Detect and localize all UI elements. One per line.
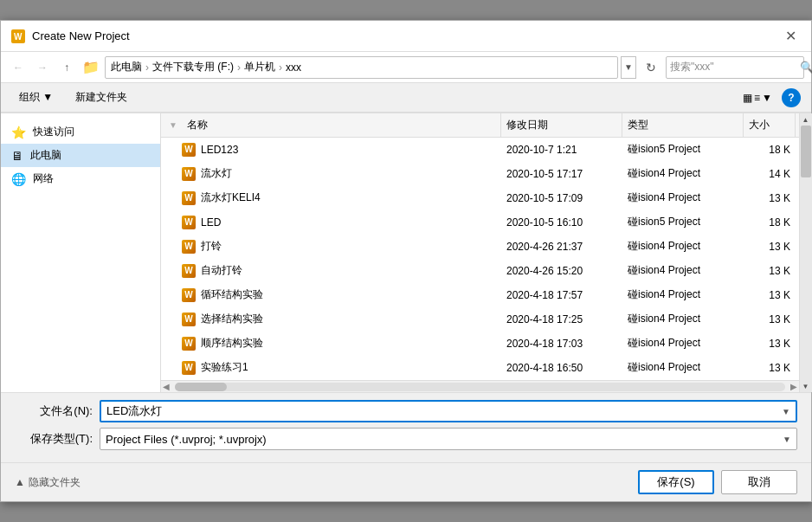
filename-dropdown-btn[interactable]: ▼ xyxy=(777,402,796,421)
file-date: 2020-4-26 15:20 xyxy=(501,265,622,277)
save-button[interactable]: 保存(S) xyxy=(638,470,714,494)
file-name: 选择结构实验 xyxy=(201,312,263,326)
forward-button[interactable]: → xyxy=(32,57,53,78)
file-date: 2020-10-5 17:09 xyxy=(501,192,622,204)
project-icon: W xyxy=(182,216,196,229)
horizontal-scrollbar[interactable]: ◀ ▶ xyxy=(161,380,799,392)
table-row[interactable]: W 流水灯KELI4 2020-10-5 17:09 碰ision4 Proje… xyxy=(161,186,799,210)
table-row[interactable]: W 自动打铃 2020-4-26 15:20 碰ision4 Project 1… xyxy=(161,259,799,283)
file-type: 碰ision4 Project xyxy=(622,190,744,205)
hide-folders-toggle[interactable]: ▲ 隐藏文件夹 xyxy=(15,475,81,490)
hscroll-right[interactable]: ▶ xyxy=(789,382,799,391)
table-row[interactable]: W LED123 2020-10-7 1:21 碰ision5 Project … xyxy=(161,138,799,162)
project-icon: W xyxy=(182,167,196,181)
file-date: 2020-10-5 16:10 xyxy=(501,216,622,229)
table-row[interactable]: W 顺序结构实验 2020-4-18 17:03 碰ision4 Project… xyxy=(161,332,799,356)
file-name: 循环结构实验 xyxy=(201,287,263,302)
table-row[interactable]: W 实验练习1 2020-4-18 16:50 碰ision4 Project … xyxy=(161,356,799,380)
file-list-scroll[interactable]: W LED123 2020-10-7 1:21 碰ision5 Project … xyxy=(161,138,799,380)
breadcrumb-part-2: 文件下载专用 (F:) xyxy=(152,60,234,74)
search-bar: 🔍 xyxy=(666,56,804,79)
create-project-dialog: W Create New Project ✕ ← → ↑ 📁 此电脑 › 文件下… xyxy=(0,20,812,502)
svg-text:W: W xyxy=(14,32,23,42)
file-date: 2020-4-18 17:57 xyxy=(501,289,622,301)
breadcrumb-part-3: 单片机 xyxy=(244,60,275,74)
file-size: 13 K xyxy=(744,362,796,374)
file-name: 实验练习1 xyxy=(201,360,248,375)
close-button[interactable]: ✕ xyxy=(780,26,801,47)
table-row[interactable]: W 流水灯 2020-10-5 17:17 碰ision4 Project 14… xyxy=(161,162,799,186)
project-icon: W xyxy=(182,143,196,157)
table-row[interactable]: W 打铃 2020-4-26 21:37 碰ision4 Project 13 … xyxy=(161,235,799,259)
file-date: 2020-4-18 17:25 xyxy=(501,313,622,325)
list-icon: ≡ xyxy=(754,92,760,104)
toolbar: 组织 ▼ 新建文件夹 ▦ ≡ ▼ ? xyxy=(1,83,811,113)
col-header-type[interactable]: 类型 xyxy=(622,113,744,138)
project-icon: W xyxy=(182,191,196,205)
file-name-cell: W LED xyxy=(182,216,501,229)
file-list-area: ▼ 名称 修改日期 类型 大小 W LED123 2020-10-7 1:21 … xyxy=(161,113,799,392)
footer-buttons: 保存(S) 取消 xyxy=(638,470,797,494)
file-type: 碰ision4 Project xyxy=(622,239,744,254)
filetype-dropdown-btn[interactable]: ▼ xyxy=(777,429,796,448)
title-bar-left: W Create New Project xyxy=(11,29,130,43)
project-icon: W xyxy=(182,313,196,326)
project-icon: W xyxy=(182,361,196,375)
sidebar-item-this-pc[interactable]: 🖥 此电脑 xyxy=(1,144,160,167)
back-button[interactable]: ← xyxy=(8,57,29,78)
file-name: 流水灯KELI4 xyxy=(201,190,261,205)
file-type: 碰ision4 Project xyxy=(622,263,744,278)
vscroll-track xyxy=(800,126,812,380)
filename-input[interactable] xyxy=(101,405,777,418)
cancel-button[interactable]: 取消 xyxy=(721,470,797,494)
table-row[interactable]: W 循环结构实验 2020-4-18 17:57 碰ision4 Project… xyxy=(161,283,799,307)
col-header-size[interactable]: 大小 xyxy=(744,113,796,138)
file-date: 2020-4-18 16:50 xyxy=(501,362,622,374)
breadcrumb-part-1: 此电脑 xyxy=(111,60,142,74)
up-button[interactable]: ↑ xyxy=(56,57,77,78)
col-header-date[interactable]: 修改日期 xyxy=(501,113,622,138)
filename-row: 文件名(N): ▼ xyxy=(15,400,797,422)
file-name: 顺序结构实验 xyxy=(201,336,263,351)
view-button[interactable]: ▦ ≡ ▼ xyxy=(737,87,778,108)
breadcrumb[interactable]: 此电脑 › 文件下载专用 (F:) › 单片机 › xxx xyxy=(105,56,618,79)
vscroll-up[interactable]: ▲ xyxy=(800,113,812,126)
refresh-button[interactable]: ↻ xyxy=(640,56,662,79)
file-name-cell: W 实验练习1 xyxy=(182,360,501,375)
file-type: 碰ision5 Project xyxy=(622,215,744,229)
new-folder-label: 新建文件夹 xyxy=(75,90,127,105)
col-header-name[interactable]: 名称 xyxy=(182,113,501,138)
vertical-scrollbar[interactable]: ▲ ▼ xyxy=(799,113,811,392)
file-size: 13 K xyxy=(744,192,796,204)
file-size: 18 K xyxy=(744,216,796,229)
filename-input-wrap: ▼ xyxy=(100,400,797,422)
help-button[interactable]: ? xyxy=(782,88,801,107)
sidebar-item-quick-access[interactable]: ⭐ 快速访问 xyxy=(1,120,160,144)
hscroll-thumb[interactable] xyxy=(175,383,227,391)
project-icon: W xyxy=(182,337,196,351)
grid-icon: ▦ xyxy=(743,92,752,104)
hide-folders-label: 隐藏文件夹 xyxy=(29,475,81,490)
search-input[interactable] xyxy=(670,61,800,74)
table-row[interactable]: W 选择结构实验 2020-4-18 17:25 碰ision4 Project… xyxy=(161,307,799,332)
sidebar-item-network[interactable]: 🌐 网络 xyxy=(1,167,160,190)
table-row[interactable]: W LED 2020-10-5 16:10 碰ision5 Project 18… xyxy=(161,210,799,235)
search-icon[interactable]: 🔍 xyxy=(800,61,812,74)
vscroll-down[interactable]: ▼ xyxy=(800,380,812,392)
file-type: 碰ision4 Project xyxy=(622,360,744,375)
file-size: 13 K xyxy=(744,338,796,350)
sidebar: ⭐ 快速访问 🖥 此电脑 🌐 网络 xyxy=(1,113,161,392)
sidebar-item-label-this-pc: 此电脑 xyxy=(30,148,61,163)
new-folder-button[interactable]: 新建文件夹 xyxy=(68,87,135,108)
vscroll-thumb[interactable] xyxy=(801,126,811,177)
breadcrumb-part-4: xxx xyxy=(286,61,301,74)
file-size: 13 K xyxy=(744,265,796,277)
main-area: ⭐ 快速访问 🖥 此电脑 🌐 网络 ▼ 名称 修改日期 类型 大小 xyxy=(1,113,811,392)
filetype-input[interactable] xyxy=(100,433,777,446)
project-icon: W xyxy=(182,288,196,302)
organize-button[interactable]: 组织 ▼ xyxy=(11,87,61,108)
breadcrumb-dropdown[interactable]: ▼ xyxy=(621,56,636,79)
filetype-select-wrap: ▼ xyxy=(100,428,797,450)
hscroll-left[interactable]: ◀ xyxy=(161,382,171,391)
file-list-header: ▼ 名称 修改日期 类型 大小 xyxy=(161,113,799,138)
